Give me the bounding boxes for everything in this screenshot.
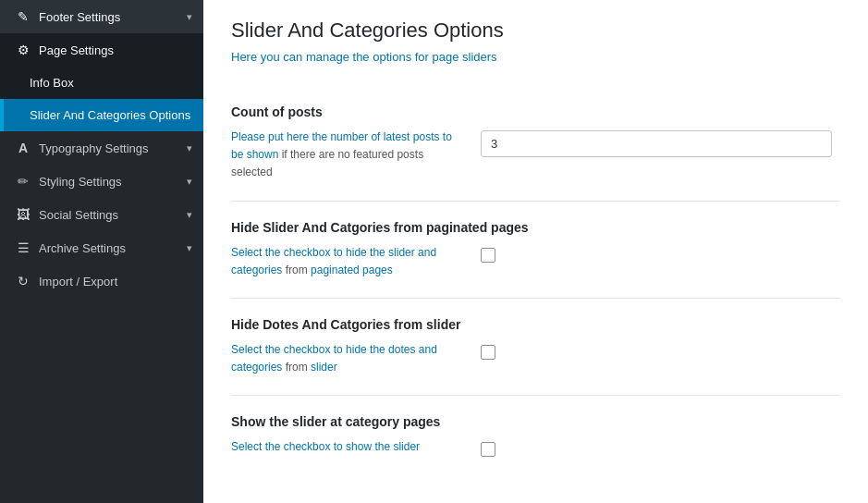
section-control [481,438,840,457]
sidebar-item-label: Archive Settings [39,241,187,255]
chevron-down-icon: ▾ [187,209,192,221]
sidebar-item-slider-categories[interactable]: Slider And Categories Options [0,99,203,131]
gear-icon: ⚙ [15,43,31,57]
sidebar-item-footer-settings[interactable]: ✎ Footer Settings ▾ [0,0,203,33]
section-hide-slider-paginated: Hide Slider And Catgories from paginated… [231,201,840,298]
sidebar-item-info-box[interactable]: Info Box [0,67,203,99]
sidebar-item-page-settings[interactable]: ⚙ Page Settings [0,33,203,67]
sidebar-item-label: Slider And Categories Options [30,108,192,122]
pencil-icon: ✏ [15,174,31,189]
chevron-down-icon: ▾ [187,242,192,254]
sidebar-item-styling-settings[interactable]: ✏ Styling Settings ▾ [0,165,203,198]
hide-slider-paginated-checkbox[interactable] [481,248,495,263]
section-hide-dotes-slider: Hide Dotes And Catgories from slider Sel… [231,298,840,395]
desc-text-colored2: slider [308,361,337,374]
section-control [481,341,840,360]
desc-text-plain: from [286,264,308,276]
section-control [481,129,840,157]
section-body: Select the checkbox to hide the slider a… [231,244,840,279]
chevron-down-icon: ▾ [187,176,192,188]
sidebar-item-label: Social Settings [39,208,187,222]
section-show-slider-category: Show the slider at category pages Select… [231,395,840,475]
section-description: Select the checkbox to hide the slider a… [231,244,453,279]
list-icon: ☰ [15,240,31,255]
section-header: Hide Slider And Catgories from paginated… [231,220,840,235]
section-header: Hide Dotes And Catgories from slider [231,317,840,332]
sidebar-item-import-export[interactable]: ↻ Import / Export [0,264,203,298]
sidebar-item-label: Import / Export [39,275,192,288]
section-description: Select the checkbox to hide the dotes an… [231,341,453,376]
hide-dotes-slider-checkbox[interactable] [481,345,495,360]
sidebar-item-archive-settings[interactable]: ☰ Archive Settings ▾ [0,231,203,264]
count-posts-input[interactable] [481,130,832,157]
section-control [481,244,840,263]
section-header: Count of posts [231,104,840,119]
typography-icon: A [15,141,31,155]
sidebar-item-social-settings[interactable]: 🖼 Social Settings ▾ [0,198,203,231]
refresh-icon: ↻ [15,274,31,288]
sidebar-item-typography-settings[interactable]: A Typography Settings ▾ [0,131,203,165]
section-header: Show the slider at category pages [231,414,840,429]
chevron-down-icon: ▾ [187,142,192,154]
desc-text-plain: from [286,361,308,374]
desc-text-colored: Select the checkbox to show the slider [231,440,420,453]
main-content: Slider And Categories Options Here you c… [203,0,868,503]
sidebar-item-label: Footer Settings [39,10,187,24]
sidebar-item-label: Typography Settings [39,141,187,155]
edit-icon: ✎ [15,9,31,24]
section-description: Please put here the number of latest pos… [231,129,453,182]
section-count-posts: Count of posts Please put here the numbe… [231,86,840,201]
section-body: Select the checkbox to hide the dotes an… [231,341,840,376]
desc-text-colored2: paginated pages [308,264,393,276]
section-body: Please put here the number of latest pos… [231,129,840,182]
sidebar-item-label: Styling Settings [39,175,187,189]
section-body: Select the checkbox to show the slider [231,438,840,457]
image-icon: 🖼 [15,207,31,222]
sidebar-item-label: Page Settings [39,43,192,57]
page-subtitle: Here you can manage the options for page… [231,50,840,64]
sidebar: ✎ Footer Settings ▾ ⚙ Page Settings Info… [0,0,203,503]
page-title: Slider And Categories Options [231,18,840,43]
show-slider-category-checkbox[interactable] [481,442,495,457]
sidebar-item-label: Info Box [30,76,192,90]
chevron-down-icon: ▾ [187,11,192,23]
section-description: Select the checkbox to show the slider [231,438,453,456]
